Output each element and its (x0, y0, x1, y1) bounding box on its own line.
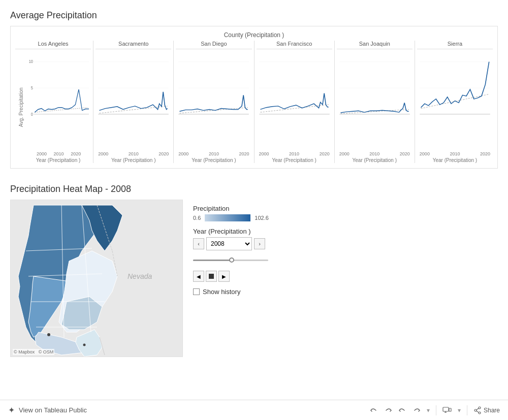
year-prev-button[interactable]: ‹ (193, 238, 204, 249)
chart-svg-la: 10 5 0 (25, 51, 91, 151)
redo-button[interactable] (384, 406, 392, 414)
heatmap-title: Precipitation Heat Map - 2008 (10, 184, 498, 195)
chart-svg-sd (176, 51, 251, 151)
osm-credit: © OSM (39, 349, 54, 354)
color-scale-max: 102.6 (255, 215, 269, 221)
playback-next-button[interactable]: ▶ (218, 271, 230, 282)
chart-los-angeles: Los Angeles Avg. Precipitation 10 5 0 (13, 41, 93, 163)
chart-sierra: Sierra 2000 (415, 41, 495, 163)
chart-header-sj: San Joaquin (337, 41, 412, 49)
svg-text:10: 10 (29, 59, 34, 64)
svg-text:5: 5 (31, 86, 34, 91)
slider-thumb[interactable] (229, 257, 234, 263)
footer-divider (436, 405, 436, 415)
x-axis-sf: Year (Precipitation ) (257, 157, 332, 163)
year-next-button[interactable]: › (254, 238, 265, 249)
device-view-button[interactable] (442, 406, 452, 414)
year-label: Year (Precipitation ) (193, 228, 498, 235)
chart-san-diego: San Diego 2000 2010 2020 (174, 41, 254, 163)
footer-right: ▾ ▾ Share (370, 405, 500, 415)
show-history-container: Show history (193, 288, 498, 296)
x-axis-sd: Year (Precipitation ) (176, 157, 251, 163)
bottom-section: Nevada (10, 200, 498, 357)
chart-sacramento: Sacramento 2000 2010 (93, 41, 174, 163)
svg-point-45 (47, 333, 50, 336)
tableau-icon: ✦ (8, 405, 15, 415)
share-button[interactable]: Share (473, 406, 500, 414)
show-history-label: Show history (203, 288, 240, 296)
county-axis-label: County (Precipitation ) (13, 31, 495, 39)
playback-stop-button[interactable] (206, 271, 217, 282)
svg-line-54 (477, 408, 479, 410)
footer: ✦ View on Tableau Public ▾ ▾ (0, 400, 508, 420)
chart-header-sf: San Francisco (257, 41, 332, 49)
x-axis-sac: Year (Precipitation ) (96, 157, 171, 163)
chart-header-sd: San Diego (176, 41, 251, 49)
precipitation-chart-area: County (Precipitation ) Los Angeles Avg.… (10, 26, 498, 169)
device-more-indicator[interactable]: ▾ (458, 407, 461, 414)
svg-line-6 (35, 108, 88, 112)
x-axis-sj: Year (Precipitation ) (337, 157, 412, 163)
undo-icon (370, 406, 378, 414)
redo-icon (384, 406, 392, 414)
small-multiples-container: Los Angeles Avg. Precipitation 10 5 0 (13, 41, 495, 163)
chart-header-sierra: Sierra (417, 41, 493, 49)
playback-controls: ◀ ▶ (193, 271, 498, 282)
share-icon (473, 406, 482, 414)
chart-san-joaquin: San Joaquin 2000 2010 20 (335, 41, 415, 163)
x-axis-sierra: Year (Precipitation ) (417, 157, 493, 163)
year-selector: ‹ 2008 2000 2001 2002 2003 2004 2005 200… (193, 237, 498, 250)
chart-svg-sac (96, 51, 171, 151)
view-on-tableau-link[interactable]: View on Tableau Public (19, 406, 87, 414)
svg-point-51 (479, 407, 481, 409)
y-axis-label-la: Avg. Precipitation (15, 51, 25, 163)
show-history-checkbox[interactable] (193, 288, 200, 295)
page-title: Average Precipitation (10, 10, 498, 21)
redo2-icon (412, 406, 421, 414)
chart-header-sac: Sacramento (96, 41, 171, 49)
svg-point-52 (474, 409, 477, 411)
color-scale: 0.6 102.6 (193, 214, 498, 221)
map-container: Nevada (10, 200, 183, 357)
svg-line-26 (421, 94, 489, 108)
svg-line-10 (100, 106, 168, 113)
undo2-icon (398, 406, 406, 414)
svg-text:Nevada: Nevada (128, 272, 152, 280)
chart-header-la: Los Angeles (15, 41, 91, 49)
color-bar (205, 214, 250, 221)
year-slider-container (193, 256, 268, 265)
map-attribution: © Mapbox © OSM (13, 349, 54, 355)
svg-text:0: 0 (31, 112, 34, 117)
svg-point-53 (479, 412, 481, 414)
controls-panel: Precipitation 0.6 102.6 Year (Precipitat… (193, 200, 498, 357)
share-label: Share (484, 407, 500, 414)
more-options-indicator[interactable]: ▾ (427, 407, 430, 414)
color-scale-min: 0.6 (193, 215, 201, 221)
california-map-svg: Nevada (11, 200, 183, 357)
redo2-button[interactable] (412, 406, 421, 414)
svg-point-46 (83, 344, 86, 346)
chart-svg-sj (337, 51, 412, 151)
slider-fill (193, 260, 231, 261)
footer-divider2 (467, 405, 467, 415)
stop-icon (209, 274, 214, 279)
x-axis-la: Year (Precipitation ) (25, 157, 91, 163)
undo-button[interactable] (370, 406, 378, 414)
footer-left: ✦ View on Tableau Public (8, 405, 87, 415)
year-dropdown[interactable]: 2008 2000 2001 2002 2003 2004 2005 2006 … (206, 237, 252, 250)
device-icon (442, 406, 452, 414)
playback-prev-button[interactable]: ◀ (193, 271, 204, 282)
svg-rect-48 (449, 408, 451, 411)
chart-svg-sierra (417, 51, 493, 151)
chart-san-francisco: San Francisco 2000 2010 (255, 41, 335, 163)
undo2-button[interactable] (398, 406, 406, 414)
chart-svg-sf (257, 51, 332, 151)
svg-rect-47 (443, 407, 449, 411)
precipitation-label: Precipitation (193, 205, 498, 212)
svg-line-55 (477, 411, 479, 412)
mapbox-credit: © Mapbox (14, 349, 35, 354)
